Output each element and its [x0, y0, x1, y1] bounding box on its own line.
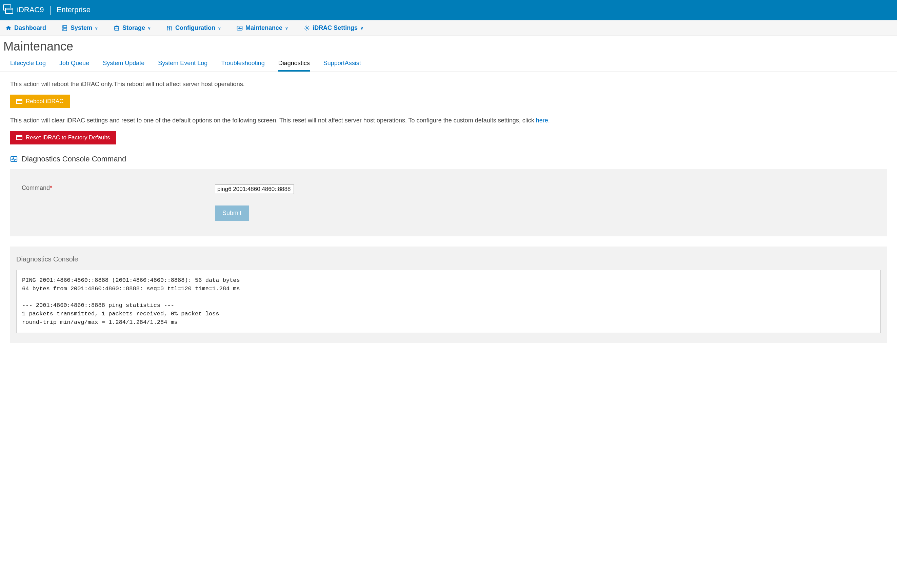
nav-idrac-settings-label: iDRAC Settings [312, 24, 358, 32]
svg-point-11 [167, 26, 168, 28]
window-icon [16, 99, 22, 104]
nav-storage[interactable]: Storage ∨ [113, 24, 151, 32]
submit-button[interactable]: Submit [215, 205, 249, 221]
svg-point-13 [171, 26, 172, 27]
tab-content: This action will reboot the iDRAC only.T… [0, 72, 897, 351]
window-icon [16, 135, 22, 140]
brand-edition: Enterprise [57, 5, 90, 14]
console-output-title: Diagnostics Console [16, 255, 881, 263]
reboot-idrac-button[interactable]: Reboot iDRAC [10, 95, 70, 108]
console-output-panel: Diagnostics Console PING 2001:4860:4860:… [10, 247, 887, 343]
chevron-down-icon: ∨ [95, 26, 98, 31]
command-input[interactable] [215, 184, 294, 194]
server-icon [62, 25, 68, 31]
command-label: Command* [22, 184, 215, 191]
top-bar: iDRAC9 Enterprise [0, 0, 897, 20]
chevron-down-icon: ∨ [285, 26, 288, 31]
sliders-icon [167, 25, 173, 31]
tab-troubleshooting[interactable]: Troubleshooting [221, 60, 265, 72]
nav-configuration-label: Configuration [175, 24, 215, 32]
svg-point-15 [306, 27, 308, 29]
nav-configuration[interactable]: Configuration ∨ [167, 24, 221, 32]
window-icon [3, 4, 17, 16]
nav-system-label: System [70, 24, 92, 32]
reset-info-suffix: . [548, 117, 550, 124]
nav-dashboard-label: Dashboard [14, 24, 46, 32]
chevron-down-icon: ∨ [218, 26, 221, 31]
svg-point-5 [63, 26, 64, 27]
svg-point-12 [169, 29, 170, 29]
tab-lifecycle-log[interactable]: Lifecycle Log [10, 60, 46, 72]
database-icon [113, 25, 120, 31]
nav-maintenance[interactable]: Maintenance ∨ [237, 24, 288, 32]
svg-point-6 [63, 29, 64, 30]
page-title: Maintenance [0, 36, 897, 60]
reset-here-link[interactable]: here [536, 117, 548, 124]
command-panel: Command* Submit [10, 169, 887, 236]
brand-product: iDRAC9 [17, 5, 44, 14]
nav-idrac-settings[interactable]: iDRAC Settings ∨ [304, 24, 363, 32]
chevron-down-icon: ∨ [148, 26, 151, 31]
reboot-idrac-button-label: Reboot iDRAC [26, 98, 64, 105]
tab-supportassist[interactable]: SupportAssist [323, 60, 361, 72]
nav-maintenance-label: Maintenance [245, 24, 282, 32]
console-output-text: PING 2001:4860:4860::8888 (2001:4860:486… [16, 270, 881, 333]
home-icon [5, 25, 12, 31]
brand-separator [50, 6, 51, 15]
main-nav: Dashboard System ∨ Storage ∨ Configura [0, 20, 897, 36]
reset-idrac-button-label: Reset iDRAC to Factory Defaults [26, 134, 110, 141]
nav-storage-label: Storage [122, 24, 145, 32]
tab-system-update[interactable]: System Update [103, 60, 144, 72]
nav-dashboard[interactable]: Dashboard [5, 24, 46, 32]
brand-text: iDRAC9 Enterprise [17, 5, 90, 15]
nav-system[interactable]: System ∨ [62, 24, 98, 32]
reset-info-prefix: This action will clear iDRAC settings an… [10, 117, 536, 124]
required-asterisk: * [50, 184, 52, 191]
diagnostics-command-title: Diagnostics Console Command [22, 155, 126, 164]
diagnostics-command-header: Diagnostics Console Command [10, 155, 887, 164]
svg-rect-1 [5, 8, 13, 14]
svg-rect-3 [63, 25, 67, 28]
heartbeat-icon [237, 25, 243, 31]
reboot-info: This action will reboot the iDRAC only.T… [10, 80, 887, 89]
tab-system-event-log[interactable]: System Event Log [158, 60, 207, 72]
tab-strip: Lifecycle Log Job Queue System Update Sy… [0, 60, 897, 72]
gear-icon [304, 25, 310, 31]
svg-point-7 [115, 25, 119, 27]
tab-job-queue[interactable]: Job Queue [59, 60, 89, 72]
chevron-down-icon: ∨ [360, 26, 363, 31]
heartbeat-icon [10, 155, 18, 163]
tab-diagnostics[interactable]: Diagnostics [278, 60, 310, 72]
command-label-text: Command [22, 184, 50, 191]
svg-rect-4 [63, 29, 67, 31]
reset-info: This action will clear iDRAC settings an… [10, 116, 887, 125]
reset-idrac-button[interactable]: Reset iDRAC to Factory Defaults [10, 131, 116, 144]
